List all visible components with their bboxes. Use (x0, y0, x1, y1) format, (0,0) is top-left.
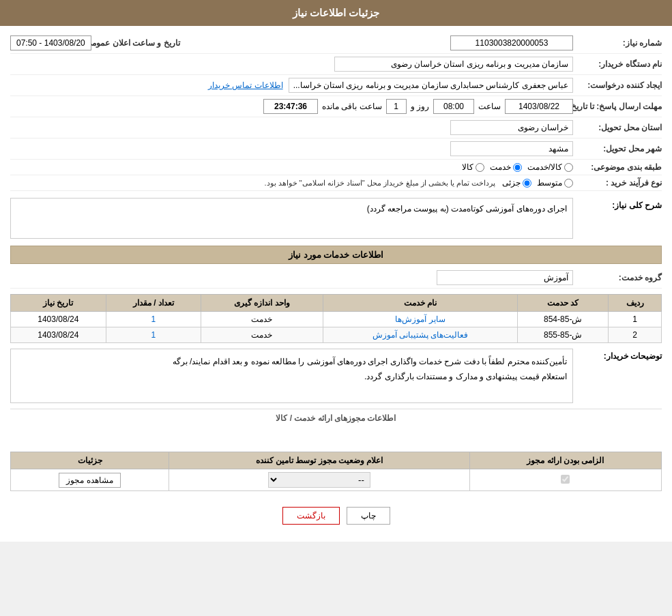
table-row: 2 ش-85-855 فعالیت‌های پشتیبانی آموزش خدم… (11, 327, 662, 343)
col-alzami: الزامی بودن ارائه مجوز (469, 452, 661, 469)
row-tabaqe: طبقه بندی موضوعی: کالا/خدمت خدمت کالا (10, 160, 662, 175)
شرح-نیاز-label: شرح کلی نیاز: (580, 198, 662, 210)
radio-group-tabaqe: کالا/خدمت خدمت کالا (462, 162, 573, 172)
page-title: جزئیات اطلاعات نیاز (293, 7, 379, 18)
print-button[interactable]: چاپ (347, 507, 390, 525)
col-name: نام خدمت (323, 295, 518, 312)
radio-kala-input[interactable] (476, 163, 484, 172)
row-mohlat: مهلت ارسال پاسخ: تا تاریخ: 1403/08/22 سا… (10, 96, 662, 117)
تاریخ-مهلت: 1403/08/22 (505, 99, 573, 114)
row-nooe-farayand: نوع فرآیند خرید : متوسط جزئی پرداخت تمام… (10, 175, 662, 191)
col-joziyat: جزئیات (11, 452, 169, 469)
cell-alzami (469, 469, 661, 491)
col-ealam: اعلام وضعیت مجوز توسط تامین کننده (169, 452, 470, 469)
cell-count: 1 (106, 312, 201, 327)
ساعت-مهلت: 08:00 (433, 99, 474, 114)
radio-kala[interactable]: کالا (462, 162, 484, 172)
توضیحات-line1: تأمین‌کننده محترم لطفاً با دفت شرح خدمات… (16, 355, 567, 370)
توضیحات-label: توضیحات خریدار: (580, 349, 662, 361)
page-header: جزئیات اطلاعات نیاز (0, 0, 672, 26)
توضیحات-box: تأمین‌کننده محترم لطفاً با دفت شرح خدمات… (10, 349, 573, 403)
radio-motavas-label: متوسط (537, 178, 562, 188)
باقی-مانده-label: ساعت باقی مانده (322, 102, 382, 111)
cell-unit: خدمت (201, 327, 323, 343)
row-ostan: استان محل تحویل: خراسان رضوی (10, 117, 662, 138)
section-khadamat: اطلاعات خدمات مورد نیاز (10, 246, 662, 264)
col-radif: ردیف (609, 295, 662, 312)
ایجاد-کننده-value: عباس جعفری کارشناس حسابداری سازمان مدیری… (289, 78, 573, 93)
مهلت-ارسال-label: مهلت ارسال پاسخ: تا تاریخ: (573, 102, 662, 111)
شهر-تحویل-value: مشهد (450, 141, 573, 156)
main-content: شماره نیاز: 1103003820000053 تاریخ و ساع… (0, 26, 672, 542)
نام-دستگاه-label: نام دستگاه خریدار: (573, 59, 662, 69)
گروه-خدمت-value: آموزش (437, 270, 573, 285)
cell-vaziat: -- (169, 469, 470, 491)
radio-khedmat-label: خدمت (490, 162, 511, 172)
نوع-فرآیند-desc: پرداخت تمام یا بخشی از مبلغ خریداز محل "… (264, 179, 495, 188)
radio-jozyi-label: جزئی (502, 178, 521, 188)
tozihaat-section: توضیحات خریدار: تأمین‌کننده محترم لطفاً … (10, 349, 662, 403)
cell-kod: ش-85-854 (518, 312, 609, 327)
cell-count: 1 (106, 327, 201, 343)
radio-kala-khedmat[interactable]: کالا/خدمت (527, 162, 573, 172)
cell-date: 1403/08/24 (11, 327, 106, 343)
توضیحات-line2: استعلام قیمت پیشنهادی و مدارک و مستندات … (16, 370, 567, 385)
radio-kala-khedmat-label: کالا/خدمت (527, 162, 562, 172)
cell-unit: خدمت (201, 312, 323, 327)
طبقه-بندی-label: طبقه بندی موضوعی: (573, 162, 662, 172)
ساعت-static-label: ساعت (478, 102, 501, 111)
استان-تحویل-label: استان محل تحویل: (573, 123, 662, 132)
cell-date: 1403/08/24 (11, 312, 106, 327)
cell-name: سایر آموزش‌ها (323, 312, 518, 327)
ایجاد-کننده-label: ایجاد کننده درخواست: (573, 80, 662, 90)
vaziat-select[interactable]: -- (268, 472, 370, 488)
row-nam-dastgah: نام دستگاه خریدار: سازمان مدیریت و برنام… (10, 54, 662, 75)
نام-دستگاه-value: سازمان مدیریت و برنامه ریزی استان خراسان… (334, 57, 573, 72)
شرح-نیاز-box: اجرای دوره‌های آموزشی کوتاه‌مدت (به پیوس… (10, 198, 573, 239)
radio-jozyi[interactable]: جزئی (502, 178, 531, 188)
cell-kod: ش-85-855 (518, 327, 609, 343)
radio-kala-khedmat-input[interactable] (564, 163, 573, 172)
شهر-تحویل-label: شهر محل تحویل: (573, 144, 662, 153)
row-goroh-khedmat: گروه خدمت: آموزش (10, 267, 662, 289)
ساعت-باقی: 23:47:36 (263, 99, 318, 114)
اطلاعات-تماس-link[interactable]: اطلاعات تماس خریدار (208, 80, 283, 90)
تاریخ-label: تاریخ و ساعت اعلان عمومی: (91, 38, 180, 48)
services-table: ردیف کد حدمت نام خدمت واحد اندازه گیری ت… (10, 294, 662, 343)
cell-radif: 1 (609, 312, 662, 327)
radio-khedmat-input[interactable] (513, 163, 522, 172)
نوع-فرآیند-label: نوع فرآیند خرید : (573, 178, 662, 188)
cell-radif: 2 (609, 327, 662, 343)
شماره-نیاز-label: شماره نیاز: (573, 38, 662, 48)
col-count: تعداد / مقدار (106, 295, 201, 312)
شرح-نیاز-text: اجرای دوره‌های آموزشی کوتاه‌مدت (به پیوس… (367, 204, 567, 214)
list-item: -- مشاهده مجوز (11, 469, 662, 491)
col-unit: واحد اندازه گیری (201, 295, 323, 312)
radio-motavas[interactable]: متوسط (537, 178, 573, 188)
cell-joziyat: مشاهده مجوز (11, 469, 169, 491)
cell-name: فعالیت‌های پشتیبانی آموزش (323, 327, 518, 343)
row-shomara-tarikh: شماره نیاز: 1103003820000053 تاریخ و ساع… (10, 33, 662, 54)
radio-jozyi-input[interactable] (523, 179, 531, 188)
col-date: تاریخ نیاز (11, 295, 106, 312)
view-mojoz-button[interactable]: مشاهده مجوز (59, 473, 120, 488)
استان-تحویل-value: خراسان رضوی (450, 120, 573, 135)
permissions-table: الزامی بودن ارائه مجوز اعلام وضعیت مجوز … (10, 452, 662, 491)
radio-motavas-input[interactable] (564, 179, 573, 188)
row-shahr: شهر محل تحویل: مشهد (10, 138, 662, 160)
page-wrapper: جزئیات اطلاعات نیاز شماره نیاز: 11030038… (0, 0, 672, 542)
شماره-نیاز-value: 1103003820000053 (450, 35, 573, 50)
تاریخ-value: 1403/08/20 - 07:50 (10, 35, 91, 50)
section-mojoz-title: اطلاعات مجوزهای ارائه خدمت / کالا (10, 409, 662, 427)
back-button[interactable]: بازگشت (282, 507, 340, 525)
روز-label: روز و (411, 102, 429, 111)
footer-buttons: چاپ بازگشت (10, 497, 662, 535)
row-ijad-konande: ایجاد کننده درخواست: عباس جعفری کارشناس … (10, 75, 662, 96)
radio-group-farayand: متوسط جزئی (502, 178, 573, 188)
radio-kala-label: کالا (462, 162, 473, 172)
alzami-checkbox (561, 475, 570, 484)
radio-khedmat[interactable]: خدمت (490, 162, 522, 172)
گروه-خدمت-label: گروه خدمت: (573, 273, 662, 282)
table-row: 1 ش-85-854 سایر آموزش‌ها خدمت 1 1403/08/… (11, 312, 662, 327)
روز-value: 1 (386, 99, 407, 114)
